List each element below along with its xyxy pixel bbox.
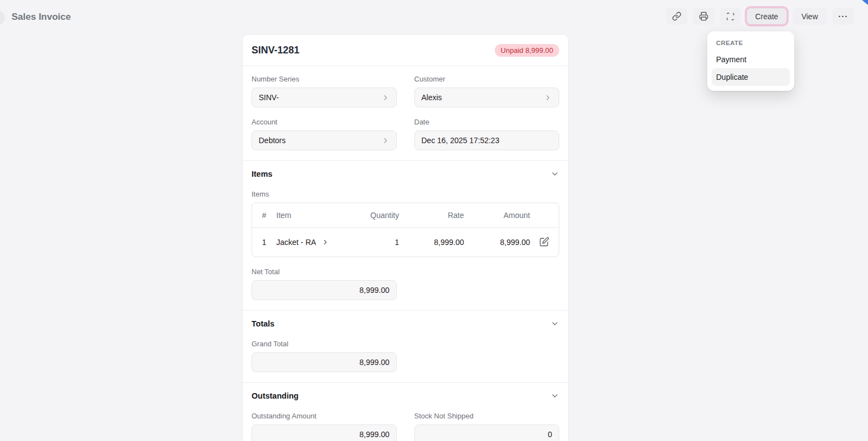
field-date: Date Dec 16, 2025 17:52:23	[414, 118, 560, 150]
details-section: Number Series SINV- Customer Alexis Acco…	[243, 66, 568, 160]
field-label: Account	[252, 118, 397, 126]
more-button[interactable]: ···	[832, 8, 854, 25]
chevron-down-icon	[550, 170, 559, 178]
fullscreen-button[interactable]	[720, 8, 741, 25]
invoice-header: SINV-1281 Unpaid 8,999.00	[243, 35, 568, 66]
col-quantity: Quantity	[341, 211, 399, 220]
page-title: Sales Invoice	[12, 12, 71, 23]
totals-section: Totals Grand Total 8,999.00	[243, 311, 568, 382]
col-index: #	[252, 211, 276, 220]
menu-item-duplicate[interactable]: Duplicate	[712, 68, 790, 86]
chevron-right-icon	[381, 137, 390, 145]
field-value: Debtors	[259, 136, 286, 145]
items-table-header: # Item Quantity Rate Amount	[252, 203, 559, 228]
grand-total-value: 8,999.00	[359, 358, 390, 367]
net-total-field: 8,999.00	[252, 280, 397, 300]
chevron-down-icon	[550, 319, 559, 328]
section-title: Totals	[252, 319, 275, 328]
chevron-down-icon	[550, 391, 559, 400]
field-account: Account Debtors	[252, 118, 397, 150]
items-table-label: Items	[252, 190, 559, 198]
field-value: Alexis	[422, 93, 442, 102]
field-value: Dec 16, 2025 17:52:23	[422, 136, 500, 145]
row-index: 1	[252, 238, 276, 247]
field-outstanding-amount: Outstanding Amount 8,999.00	[252, 412, 397, 441]
print-button[interactable]	[693, 8, 714, 25]
row-quantity[interactable]: 1	[341, 238, 399, 247]
field-label: Stock Not Shipped	[414, 412, 560, 420]
edit-icon	[539, 237, 549, 248]
invoice-number: SINV-1281	[252, 45, 299, 56]
link-icon	[672, 12, 681, 21]
outstanding-section: Outstanding Outstanding Amount 8,999.00 …	[243, 383, 568, 441]
toolbar: Create View ···	[666, 8, 854, 25]
field-value: SINV-	[259, 93, 279, 102]
items-table: # Item Quantity Rate Amount 1 Jacket - R…	[252, 203, 559, 257]
link-button[interactable]	[666, 8, 687, 25]
edit-row-button[interactable]	[538, 236, 550, 249]
field-number-series: Number Series SINV-	[252, 75, 397, 107]
items-section-toggle[interactable]: Items	[252, 170, 559, 178]
field-label: Outstanding Amount	[252, 412, 397, 420]
view-button[interactable]: View	[793, 8, 827, 25]
field-label: Customer	[414, 75, 560, 83]
back-button[interactable]	[0, 10, 5, 25]
field-customer: Customer Alexis	[414, 75, 560, 107]
chevron-right-icon	[544, 94, 552, 102]
grand-total-label: Grand Total	[252, 340, 559, 348]
totals-section-toggle[interactable]: Totals	[252, 319, 559, 328]
net-total-value: 8,999.00	[359, 286, 390, 295]
outstanding-section-toggle[interactable]: Outstanding	[252, 391, 559, 400]
grand-total-field: 8,999.00	[252, 352, 397, 372]
field-value: 0	[548, 430, 552, 439]
menu-item-payment[interactable]: Payment	[712, 51, 790, 68]
dropdown-section-header: CREATE	[712, 36, 790, 51]
item-cell[interactable]: Jacket - RA	[276, 238, 341, 247]
field-stock-not-shipped: Stock Not Shipped 0	[414, 412, 560, 441]
customer-select[interactable]: Alexis	[414, 88, 560, 107]
more-icon: ···	[838, 12, 848, 20]
row-rate[interactable]: 8,999.00	[399, 238, 464, 247]
stock-not-shipped-field: 0	[414, 424, 560, 441]
print-icon	[699, 12, 708, 21]
account-select[interactable]: Debtors	[252, 130, 397, 150]
invoice-card: SINV-1281 Unpaid 8,999.00 Number Series …	[242, 34, 569, 441]
chevron-right-icon	[381, 94, 390, 102]
item-name: Jacket - RA	[276, 238, 316, 247]
col-rate: Rate	[399, 211, 464, 220]
fullscreen-icon	[726, 12, 735, 21]
table-row: 1 Jacket - RA 1 8,999.00 8,999.00	[252, 228, 559, 257]
status-badge: Unpaid 8,999.00	[495, 44, 559, 57]
col-item: Item	[276, 211, 341, 220]
create-button[interactable]: Create	[746, 8, 787, 25]
col-amount: Amount	[464, 211, 530, 220]
section-title: Outstanding	[252, 391, 298, 400]
net-total-label: Net Total	[252, 268, 559, 276]
field-label: Number Series	[252, 75, 397, 83]
field-label: Date	[414, 118, 560, 126]
date-input[interactable]: Dec 16, 2025 17:52:23	[414, 130, 560, 150]
field-value: 8,999.00	[359, 430, 390, 439]
cursor-artifact	[862, 0, 868, 5]
items-section: Items Items # Item Quantity Rate Amount …	[243, 161, 568, 310]
outstanding-amount-field: 8,999.00	[252, 424, 397, 441]
number-series-select[interactable]: SINV-	[252, 88, 397, 107]
chevron-right-icon	[321, 238, 329, 246]
section-title: Items	[252, 170, 272, 178]
create-dropdown-menu: CREATE Payment Duplicate	[707, 31, 794, 91]
row-amount: 8,999.00	[464, 238, 530, 247]
